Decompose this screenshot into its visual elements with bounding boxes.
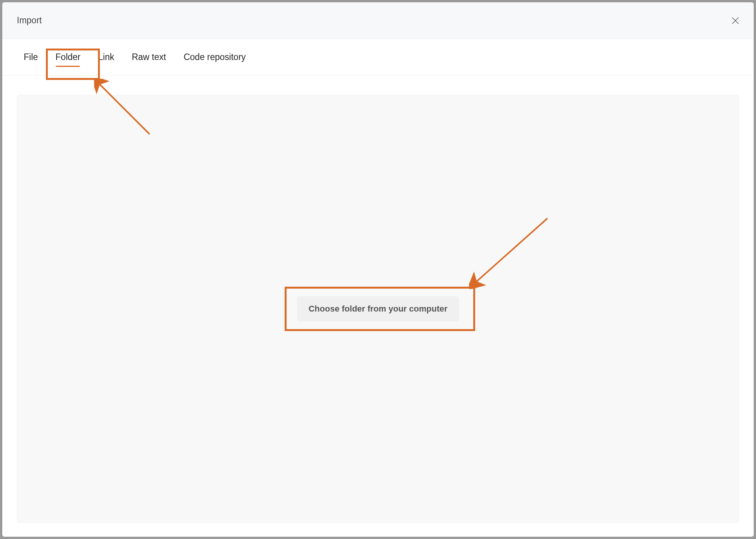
tab-label: Raw text: [132, 52, 166, 62]
close-button[interactable]: [730, 15, 741, 26]
tab-raw-text[interactable]: Raw text: [123, 39, 174, 75]
dialog-body: File Folder Link Raw text Code repositor…: [2, 39, 754, 537]
dialog-title: Import: [17, 15, 42, 26]
dropzone[interactable]: Choose folder from your computer: [17, 95, 739, 523]
tab-link[interactable]: Link: [89, 39, 123, 75]
tab-label: Code repository: [184, 52, 246, 62]
close-icon: [731, 16, 740, 25]
dialog-header: Import: [2, 2, 754, 39]
tab-label: Link: [98, 52, 114, 62]
content-area: Choose folder from your computer: [2, 76, 754, 537]
tab-file[interactable]: File: [17, 39, 47, 75]
tab-folder[interactable]: Folder: [47, 39, 89, 75]
tab-label: File: [24, 52, 38, 62]
import-dialog: Import File Folder Link Raw text Code re…: [2, 2, 754, 537]
choose-folder-button[interactable]: Choose folder from your computer: [297, 296, 459, 321]
tab-label: Folder: [55, 52, 80, 62]
tabs: File Folder Link Raw text Code repositor…: [2, 39, 754, 76]
tab-code-repository[interactable]: Code repository: [175, 39, 254, 75]
